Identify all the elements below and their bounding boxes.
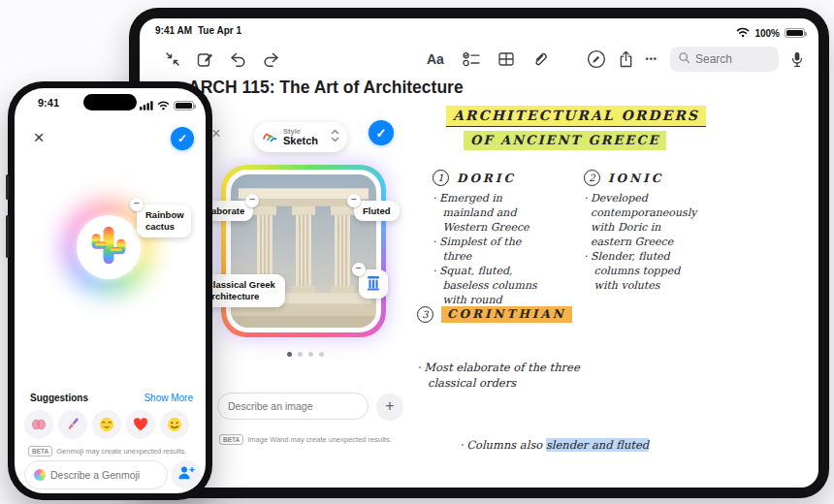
page-dot-active[interactable] bbox=[287, 352, 292, 357]
corinthian-bullet-1: · Most elaborate of the three classical … bbox=[417, 360, 747, 391]
genmoji-describe-field[interactable] bbox=[24, 460, 168, 489]
wifi-icon bbox=[736, 24, 750, 42]
ionic-section: 2 IONIC · Developed contemporaneously wi… bbox=[584, 170, 751, 293]
ipad-status-bar: 9:41 AM Tue Apr 1 bbox=[155, 25, 241, 36]
notes-heading-2: OF ANCIENT GREECE bbox=[464, 133, 666, 147]
genmoji-rainbow-icon bbox=[34, 469, 46, 481]
suggestion-row bbox=[24, 410, 189, 439]
tag-rainbow-cactus-label: Rainbow cactus bbox=[145, 209, 184, 232]
genmoji-person-add-button[interactable] bbox=[172, 460, 201, 489]
tag-rainbow-cactus[interactable]: Rainbow cactus − bbox=[137, 205, 191, 237]
tag-fluted-label: Fluted bbox=[363, 205, 391, 216]
battery-icon bbox=[785, 28, 805, 38]
corinthian-title: CORINTHIAN bbox=[441, 306, 572, 323]
wand-confirm-button[interactable]: ✓ bbox=[369, 120, 394, 145]
more-button[interactable]: ••• bbox=[646, 54, 658, 64]
brain-emoji-button[interactable] bbox=[24, 410, 53, 439]
genmoji-confirm-button[interactable]: ✓ bbox=[171, 127, 194, 150]
corinthian-section: 3 CORINTHIAN · Most elaborate of the thr… bbox=[417, 306, 747, 488]
search-field[interactable] bbox=[670, 47, 779, 72]
table-button[interactable] bbox=[498, 51, 514, 67]
search-icon bbox=[678, 50, 690, 68]
ionic-body: · Developed contemporaneously with Doric… bbox=[584, 191, 751, 293]
wand-disclaimer-text: Image Wand may create unexpected results… bbox=[247, 435, 392, 444]
doric-section: 1 DORIC · Emerged in mainland and Wester… bbox=[433, 170, 580, 322]
page-dot[interactable] bbox=[298, 352, 303, 357]
genmoji-close-button[interactable]: × bbox=[28, 127, 49, 148]
genmoji-disclaimer-row: BETA Genmoji may create unexpected resul… bbox=[28, 446, 186, 457]
tag-classical-label: Classical Greek architecture bbox=[207, 279, 275, 301]
rainbow-cactus-image bbox=[87, 222, 130, 274]
heading-highlight-2: OF ANCIENT GREECE bbox=[464, 131, 666, 150]
column-suggestion-badge[interactable]: − bbox=[359, 269, 388, 299]
tag-fluted-remove-icon[interactable]: − bbox=[347, 194, 361, 207]
column-icon bbox=[367, 275, 380, 293]
corinthian-bullet-2-pre: · Columns also bbox=[460, 438, 546, 452]
tag-fluted[interactable]: Fluted − bbox=[354, 201, 400, 221]
ionic-number: 2 bbox=[584, 170, 600, 186]
markup-pencil-icon[interactable] bbox=[587, 49, 606, 69]
doric-number: 1 bbox=[433, 170, 449, 186]
iphone-device: 9:41 × ✓ bbox=[8, 81, 212, 500]
iphone-screen: 9:41 × ✓ bbox=[15, 88, 206, 493]
note-title: ARCH 115: The Art of Architecture bbox=[188, 78, 464, 98]
wand-beta-badge: BETA bbox=[219, 434, 243, 445]
style-label: Style bbox=[283, 128, 318, 136]
ipad-status-date: Tue Apr 1 bbox=[198, 25, 241, 36]
toolbar-center: Aa bbox=[427, 44, 548, 75]
page-dots[interactable] bbox=[284, 352, 327, 357]
microphone-icon[interactable] bbox=[791, 51, 803, 68]
search-input[interactable] bbox=[695, 52, 763, 66]
format-button[interactable]: Aa bbox=[427, 51, 444, 67]
attachment-icon[interactable] bbox=[532, 51, 548, 67]
paintbrush-emoji-button[interactable] bbox=[58, 410, 87, 439]
genmoji-beta-badge: BETA bbox=[28, 446, 52, 457]
ipad-status-right: 100% bbox=[736, 24, 805, 42]
wand-describe-input[interactable] bbox=[228, 400, 358, 412]
share-icon[interactable] bbox=[619, 50, 633, 68]
ipad-screen: 9:41 AM Tue Apr 1 100% bbox=[140, 18, 818, 488]
iphone-status-right bbox=[140, 97, 194, 114]
column-badge-remove-icon[interactable]: − bbox=[352, 263, 366, 276]
doric-body: · Emerged in mainland and Western Greece… bbox=[433, 191, 580, 322]
corinthian-number: 3 bbox=[417, 306, 433, 323]
notes-heading-1: ARCHITECTURAL ORDERS bbox=[446, 108, 706, 123]
page-dot[interactable] bbox=[308, 352, 313, 357]
iphone-status-time: 9:41 bbox=[38, 97, 59, 109]
toolbar-right: ••• bbox=[587, 44, 803, 75]
undo-button[interactable] bbox=[230, 52, 246, 67]
heart-emoji-button[interactable] bbox=[126, 410, 155, 439]
genmoji-describe-input[interactable] bbox=[50, 469, 158, 481]
tag-rainbow-cactus-remove-icon[interactable]: − bbox=[130, 198, 144, 211]
compose-button[interactable] bbox=[197, 51, 213, 68]
ipad-status-time: 9:41 AM bbox=[155, 25, 192, 36]
doric-title: DORIC bbox=[457, 172, 516, 185]
laughing-emoji-button[interactable] bbox=[92, 410, 121, 439]
person-add-icon bbox=[177, 465, 195, 485]
wand-image-card[interactable] bbox=[221, 165, 386, 337]
dynamic-island bbox=[83, 94, 137, 110]
stage: 9:41 AM Tue Apr 1 100% bbox=[0, 0, 834, 504]
page-dot[interactable] bbox=[319, 352, 324, 357]
wand-add-button[interactable]: + bbox=[377, 394, 402, 419]
redo-button[interactable] bbox=[263, 52, 279, 67]
chevron-up-down-icon bbox=[331, 128, 339, 147]
style-value: Sketch bbox=[283, 136, 318, 146]
collapse-arrows-icon[interactable] bbox=[165, 51, 180, 67]
style-picker[interactable]: Style Sketch bbox=[254, 122, 347, 152]
style-scribble-icon bbox=[262, 129, 277, 146]
corinthian-body: · Most elaborate of the three classical … bbox=[417, 329, 747, 488]
show-more-link[interactable]: Show More bbox=[144, 393, 193, 403]
style-picker-text: Style Sketch bbox=[283, 128, 318, 147]
wand-describe-field[interactable] bbox=[217, 393, 369, 420]
corinthian-bullet-2-highlight: slender and fluted bbox=[546, 438, 649, 452]
battery-icon bbox=[174, 101, 194, 110]
smiley-emoji-button[interactable] bbox=[160, 410, 189, 439]
genmoji-disclaimer-text: Genmoji may create unexpected results. bbox=[56, 447, 186, 456]
checklist-button[interactable] bbox=[463, 51, 480, 67]
toolbar-left bbox=[165, 44, 279, 75]
battery-percent: 100% bbox=[754, 28, 780, 39]
signal-icon bbox=[140, 97, 153, 114]
wand-disclaimer-row: BETA Image Wand may create unexpected re… bbox=[219, 434, 392, 445]
suggestions-label: Suggestions bbox=[30, 393, 88, 403]
